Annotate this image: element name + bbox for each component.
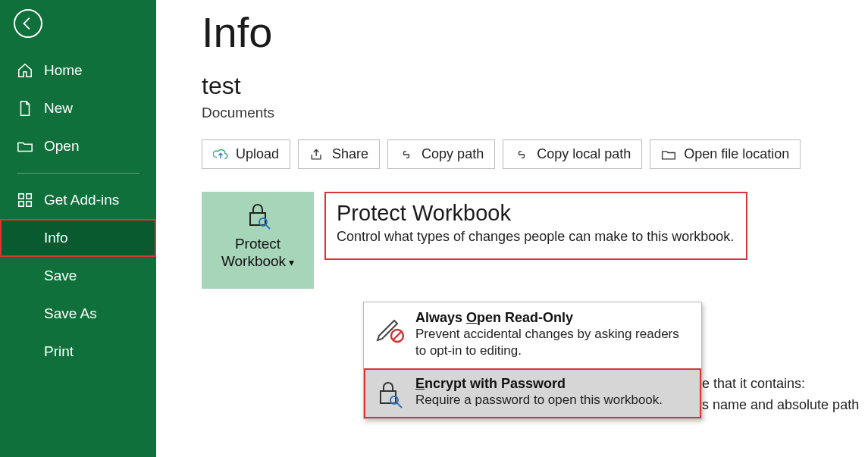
chevron-down-icon: ▾ (289, 256, 294, 268)
tile-label: Protect Workbook▾ (221, 236, 294, 271)
svg-line-7 (393, 331, 402, 340)
sidebar-item-label: Home (44, 62, 83, 79)
main-content: Info test Documents Upload Share Copy pa… (156, 0, 868, 457)
protect-workbook-panel: Protect Workbook Control what types of c… (324, 192, 747, 260)
sidebar-item-label: Save (44, 268, 77, 284)
document-location: Documents (202, 105, 853, 121)
copy-local-path-button[interactable]: Copy local path (503, 139, 642, 169)
copy-path-button[interactable]: Copy path (387, 139, 495, 169)
share-button[interactable]: Share (298, 139, 380, 169)
document-name: test (202, 72, 853, 100)
menu-item-encrypt-password[interactable]: Encrypt with Password Require a password… (364, 368, 701, 418)
home-icon (17, 62, 33, 79)
sidebar-item-save[interactable]: Save (0, 257, 156, 295)
sidebar-item-new[interactable]: New (0, 89, 156, 127)
sidebar-item-saveas[interactable]: Save As (0, 295, 156, 333)
svg-rect-3 (27, 202, 31, 206)
sidebar-item-label: Info (44, 230, 68, 246)
sidebar-item-label: Print (44, 343, 74, 360)
menu-item-title: Encrypt with Password (415, 376, 663, 392)
action-row: Upload Share Copy path Copy local path O… (202, 139, 853, 169)
sidebar-item-label: New (44, 100, 73, 117)
share-icon (309, 147, 324, 162)
upload-button[interactable]: Upload (202, 139, 290, 169)
sidebar-item-label: Open (44, 138, 79, 155)
cloud-upload-icon (213, 147, 228, 162)
folder-open-icon (17, 138, 33, 155)
page-title: Info (202, 8, 853, 57)
sidebar-item-open[interactable]: Open (0, 127, 156, 165)
action-label: Copy path (421, 146, 484, 162)
lock-key-icon (374, 379, 405, 409)
action-label: Open file location (684, 146, 789, 162)
lock-key-icon (243, 201, 273, 231)
open-location-button[interactable]: Open file location (650, 139, 801, 169)
link-icon (399, 147, 414, 162)
backstage-sidebar: Home New Open Get Add-ins Info Save Save… (0, 0, 156, 457)
menu-item-desc: Require a password to open this workbook… (415, 392, 663, 408)
inspect-document-text: e that it contains: s name and absolute … (702, 374, 859, 416)
protect-workbook-button[interactable]: Protect Workbook▾ (202, 192, 314, 289)
arrow-left-icon (20, 15, 36, 32)
protect-section: Protect Workbook▾ Protect Workbook Contr… (202, 192, 853, 289)
grid-icon (17, 192, 33, 208)
folder-open-icon (661, 147, 676, 162)
svg-rect-1 (27, 194, 31, 199)
svg-rect-2 (19, 202, 24, 206)
pencil-nope-icon (374, 313, 405, 343)
protect-workbook-menu: Always Open Read-Only Prevent accidental… (363, 302, 702, 419)
menu-item-desc: Prevent accidental changes by asking rea… (415, 326, 689, 359)
sidebar-item-home[interactable]: Home (0, 52, 156, 89)
back-button[interactable] (14, 9, 42, 38)
link-icon (514, 147, 529, 162)
document-icon (17, 100, 33, 117)
sidebar-item-addins[interactable]: Get Add-ins (0, 181, 156, 219)
protect-description: Control what types of changes people can… (337, 229, 735, 245)
menu-item-read-only[interactable]: Always Open Read-Only Prevent accidental… (364, 302, 701, 368)
sidebar-item-label: Save As (44, 305, 97, 322)
sidebar-item-print[interactable]: Print (0, 333, 156, 371)
svg-rect-0 (19, 194, 24, 199)
action-label: Copy local path (537, 146, 631, 162)
sidebar-item-label: Get Add-ins (44, 192, 119, 208)
action-label: Share (332, 146, 368, 162)
sidebar-divider (17, 173, 139, 174)
action-label: Upload (236, 146, 279, 162)
sidebar-item-info[interactable]: Info (0, 219, 156, 257)
menu-item-title: Always Open Read-Only (415, 310, 689, 326)
protect-heading: Protect Workbook (337, 201, 735, 226)
